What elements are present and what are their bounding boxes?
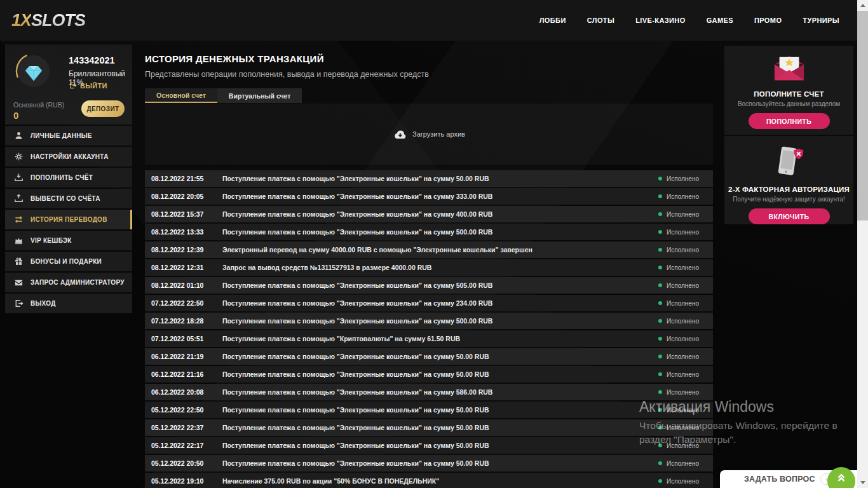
- transaction-date: 05.12.2022 22:50: [151, 406, 216, 414]
- promo-subtitle: Воспользуйтесь данным разделом: [724, 100, 853, 107]
- transaction-date: 05.12.2022 22:17: [151, 442, 216, 449]
- scroll-down-button[interactable]: [857, 477, 868, 488]
- nav-item[interactable]: СЛОТЫ: [587, 17, 614, 24]
- tab-virtual-account[interactable]: Виртуальный счет: [217, 88, 302, 103]
- archive-label: Загрузить архив: [412, 130, 465, 138]
- sidebar-menu-item[interactable]: НАСТРОЙКИ АККАУНТА: [5, 147, 132, 166]
- sidebar-menu-item[interactable]: ИСТОРИЯ ПЕРЕВОДОВ: [5, 210, 132, 229]
- nav-item[interactable]: GAMES: [707, 17, 733, 24]
- status-dot-icon: [658, 230, 662, 234]
- transaction-row: 05.12.2022 22:50 Поступление платежа с п…: [145, 402, 713, 418]
- sidebar-menu-item[interactable]: БОНУСЫ И ПОДАРКИ: [5, 252, 132, 271]
- status-dot-icon: [658, 426, 662, 430]
- transaction-date: 07.12.2022 18:28: [151, 317, 216, 325]
- scroll-down-arrow-icon: [860, 481, 865, 484]
- transaction-row: 08.12.2022 21:55 Поступление платежа с п…: [145, 170, 713, 187]
- phone-shield-icon: [773, 144, 806, 183]
- transaction-status: Исполнено: [658, 211, 699, 218]
- transaction-status: Исполнено: [658, 282, 699, 289]
- chat-widget[interactable]: ЗАДАТЬ ВОПРОС on-line: [720, 470, 857, 488]
- nav-item[interactable]: LIVE-КАЗИНО: [635, 17, 685, 24]
- balance-value: 0: [13, 110, 18, 121]
- sidebar-menu: ЛИЧНЫЕ ДАННЫЕ НАСТРОЙКИ АККАУНТА ПОПОЛНИ…: [5, 126, 132, 315]
- status-label: Исполнено: [667, 424, 699, 431]
- sidebar-menu-item[interactable]: ВЫХОД: [5, 294, 132, 313]
- status-dot-icon: [658, 177, 662, 180]
- sidebar-menu-item[interactable]: ПОПОЛНИТЬ СЧЁТ: [5, 168, 132, 187]
- transaction-description: Поступление платежа с помощью "Электронн…: [222, 370, 658, 378]
- site-logo[interactable]: 1XSLOTS: [11, 11, 85, 30]
- status-dot-icon: [658, 266, 662, 269]
- transaction-status: Исполнено: [658, 264, 699, 271]
- status-dot-icon: [658, 355, 662, 358]
- transaction-row: 08.12.2022 20:05 Поступление платежа с п…: [145, 188, 713, 205]
- status-label: Исполнено: [667, 264, 699, 271]
- tab-main-account[interactable]: Основной счет: [145, 88, 217, 103]
- transaction-description: Поступление платежа с помощью "Электронн…: [222, 424, 658, 431]
- cloud-download-icon: [393, 128, 407, 140]
- transaction-row: 06.12.2022 21:19 Поступление платежа с п…: [145, 348, 713, 365]
- vertical-scrollbar: [857, 0, 868, 488]
- transaction-status: Исполнено: [658, 193, 699, 200]
- transaction-date: 06.12.2022 21:16: [151, 370, 216, 378]
- transaction-row: 08.12.2022 13:33 Поступление платежа с п…: [145, 224, 713, 240]
- transaction-description: Запрос на вывод средств №1311527913 в ра…: [222, 264, 658, 271]
- scrollbar-thumb[interactable]: [857, 11, 868, 220]
- status-label: Исполнено: [667, 407, 699, 414]
- transaction-row: 06.12.2022 20:08 Поступление платежа с п…: [145, 384, 713, 400]
- transaction-row: 05.12.2022 20:50 Поступление платежа с п…: [145, 455, 713, 471]
- transaction-status: Исполнено: [658, 318, 699, 325]
- transaction-status: Исполнено: [658, 336, 699, 342]
- status-label: Исполнено: [667, 300, 699, 307]
- sidebar-menu-item[interactable]: VIP КЕШБЭК: [5, 231, 132, 250]
- account-tabs: Основной счет Виртуальный счет: [145, 88, 713, 103]
- transaction-status: Исполнено: [658, 407, 699, 414]
- transaction-date: 07.12.2022 22:50: [151, 299, 216, 307]
- sidebar-menu-item[interactable]: ЗАПРОС АДМИНИСТРАТОРУ: [5, 273, 132, 292]
- status-dot-icon: [658, 444, 662, 447]
- transaction-status: Исполнено: [658, 371, 699, 378]
- status-label: Исполнено: [667, 478, 699, 485]
- promo-title: 2-Х ФАКТОРНАЯ АВТОРИЗАЦИЯ: [724, 186, 853, 193]
- transaction-row: 07.12.2022 18:28 Поступление платежа с п…: [145, 313, 713, 329]
- enable-2fa-button[interactable]: ВКЛЮЧИТЬ: [749, 208, 830, 224]
- status-dot-icon: [658, 319, 662, 323]
- nav-item[interactable]: ПРОМО: [754, 17, 782, 24]
- promo-card-deposit: ПОПОЛНИТЕ СЧЕТ Воспользуйтесь данным раз…: [724, 46, 853, 135]
- nav-item[interactable]: ТУРНИРЫ: [803, 17, 839, 24]
- transaction-status: Исполнено: [658, 389, 699, 396]
- chat-expand-button[interactable]: [827, 467, 855, 488]
- transaction-description: Поступление платежа с помощью "Электронн…: [222, 281, 658, 289]
- transaction-date: 08.12.2022 13:33: [151, 228, 216, 236]
- transaction-date: 08.12.2022 15:37: [151, 210, 216, 218]
- status-label: Исполнено: [667, 353, 699, 360]
- transaction-description: Поступление платежа с помощью "Электронн…: [222, 388, 658, 396]
- download-archive-button[interactable]: Загрузить архив: [393, 128, 465, 140]
- top-bar: 1XSLOTS ЛОББИ СЛОТЫ LIVE-КАЗИНО GAMES ПР…: [0, 0, 857, 41]
- transaction-description: Поступление платежа с помощью "Электронн…: [222, 228, 658, 236]
- envelope-icon: [14, 278, 24, 287]
- transaction-date: 08.12.2022 12:31: [151, 264, 216, 271]
- gift-icon: [14, 257, 24, 266]
- deposit-button[interactable]: ДЕПОЗИТ: [81, 100, 125, 117]
- status-label: Исполнено: [667, 318, 699, 325]
- transaction-row: 08.12.2022 12:39 Электронный перевод на …: [145, 241, 713, 258]
- transaction-description: Поступление платежа с помощью "Электронн…: [222, 193, 658, 200]
- scroll-up-button[interactable]: [857, 0, 868, 11]
- sidebar-menu-item[interactable]: ЛИЧНЫЕ ДАННЫЕ: [5, 126, 132, 146]
- sidebar-menu-item[interactable]: ВЫВЕСТИ СО СЧЁТА: [5, 189, 132, 208]
- main-content: ИСТОРИЯ ДЕНЕЖНЫХ ТРАНЗАКЦИЙ Представлены…: [145, 53, 713, 488]
- transaction-row: 05.12.2022 22:17 Поступление платежа с п…: [145, 437, 713, 454]
- transaction-status: Исполнено: [658, 247, 699, 254]
- status-dot-icon: [658, 337, 662, 341]
- nav-item[interactable]: ЛОББИ: [539, 17, 566, 24]
- scroll-up-arrow-icon: [860, 4, 865, 7]
- transaction-date: 08.12.2022 12:39: [151, 246, 216, 254]
- top-up-button[interactable]: ПОПОЛНИТЬ: [749, 113, 830, 129]
- transaction-status: Исполнено: [658, 300, 699, 307]
- transaction-row: 05.12.2022 19:10 Начисление 375.00 RUB п…: [145, 473, 713, 488]
- gears-icon: [14, 152, 24, 161]
- transaction-date: 05.12.2022 19:10: [151, 477, 216, 485]
- logout-link[interactable]: ВЫЙТИ: [69, 81, 107, 90]
- user-card: 143342021 Бриллиантовый 11% ВЫЙТИ Основн…: [5, 44, 132, 125]
